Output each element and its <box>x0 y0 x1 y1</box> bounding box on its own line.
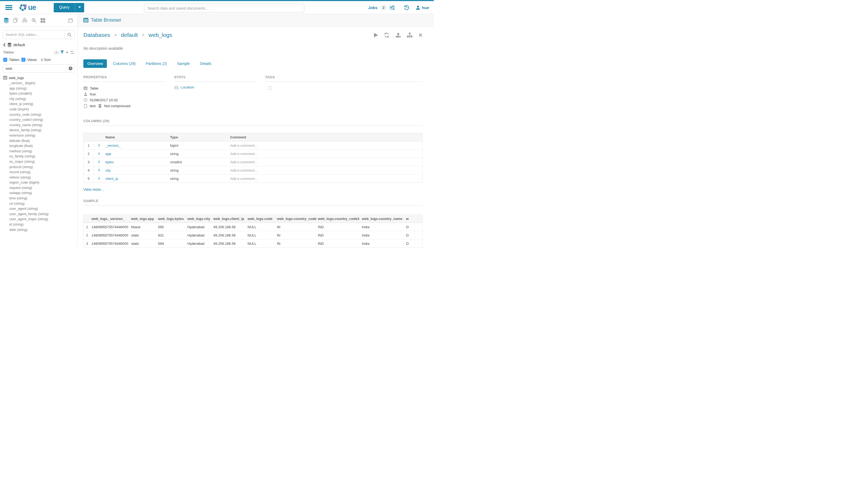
tab-overview[interactable]: Overview <box>83 59 107 68</box>
comment-placeholder[interactable]: Add a comment... <box>229 166 423 174</box>
hue-logo-mark <box>19 3 29 12</box>
close-icon[interactable]: ✕ <box>419 33 423 38</box>
apps-grid-icon[interactable] <box>41 18 45 23</box>
sample-cell: India <box>361 231 405 239</box>
hamburger-menu-icon[interactable] <box>5 5 12 10</box>
sort-toggle[interactable]: Sort <box>41 58 51 62</box>
sample-cell: Hyderabad <box>187 239 212 248</box>
assist-column-item[interactable]: code (tinyint) <box>3 107 74 112</box>
views-checkbox[interactable]: ✓ <box>21 58 26 62</box>
user-icon <box>416 5 420 10</box>
sample-cell: IN <box>276 231 317 239</box>
comment-placeholder[interactable]: Add a comment... <box>229 150 423 158</box>
jobs-link[interactable]: Jobs <box>368 5 378 10</box>
column-link[interactable]: app <box>106 152 111 156</box>
assist-column-item[interactable]: url (string) <box>3 201 74 206</box>
sample-cell: IND <box>317 231 361 239</box>
query-button[interactable]: Query <box>54 3 84 12</box>
tab-columns[interactable]: Columns (29) <box>109 59 140 68</box>
breadcrumb-database[interactable]: default <box>121 32 138 38</box>
documents-icon[interactable] <box>13 18 18 23</box>
tab-details[interactable]: Details <box>196 59 215 68</box>
assist-column-item[interactable]: os_family (string) <box>3 154 74 159</box>
table-filter-input[interactable] <box>3 64 75 73</box>
column-link[interactable]: _version_ <box>106 143 121 148</box>
info-icon[interactable]: i <box>94 166 105 174</box>
cubes-icon[interactable] <box>22 18 28 23</box>
chevron-down-icon[interactable] <box>78 6 81 8</box>
info-icon[interactable]: i <box>94 141 105 150</box>
user-menu[interactable]: hue <box>416 5 429 10</box>
view-more-link[interactable]: View more... <box>83 187 104 191</box>
assist-column-item[interactable]: device_family (string) <box>3 128 74 133</box>
assist-column-item[interactable]: country_code (string) <box>3 112 74 118</box>
assist-column-item[interactable]: region_code (bigint) <box>3 180 74 185</box>
detail-tabs: Overview Columns (29) Partitions (2) Sam… <box>83 59 423 68</box>
tables-checkbox[interactable]: ✓ <box>3 58 7 62</box>
assist-search-button[interactable] <box>64 30 74 39</box>
sample-header: web_logs.app <box>130 215 157 223</box>
jobs-count-badge[interactable]: 2 <box>380 5 387 11</box>
column-link[interactable]: city <box>106 168 111 172</box>
info-icon[interactable]: i <box>94 158 105 166</box>
location-link[interactable]: Location <box>180 85 194 89</box>
assist-column-item[interactable]: request (string) <box>3 185 74 191</box>
row-number: 2 <box>84 231 91 239</box>
hue-logo[interactable]: ue <box>19 3 36 12</box>
sliders-icon[interactable] <box>390 5 395 10</box>
comment-placeholder[interactable]: Add a comment... <box>229 174 423 183</box>
column-link[interactable]: client_ip <box>106 177 119 181</box>
tab-partitions[interactable]: Partitions (2) <box>142 59 171 68</box>
column-link[interactable]: bytes <box>106 160 114 164</box>
info-icon[interactable]: i <box>94 150 105 158</box>
import-upload-icon[interactable] <box>395 33 401 38</box>
assist-filter-row: ✓ Tables ✓ Views Sort <box>0 55 77 62</box>
assist-column-item[interactable]: latitude (float) <box>3 138 74 144</box>
assist-column-item[interactable]: user_agent_family (string) <box>3 212 74 217</box>
assist-column-item[interactable]: id (string) <box>3 222 74 228</box>
history-icon[interactable] <box>404 5 409 10</box>
refresh-icon[interactable] <box>384 32 390 38</box>
sql-database-icon[interactable] <box>4 18 9 23</box>
lineage-sitemap-icon[interactable] <box>407 33 412 38</box>
comment-placeholder[interactable]: Add a comment... <box>229 141 423 150</box>
clear-filter-icon[interactable]: ✕ <box>69 66 73 70</box>
info-icon[interactable]: i <box>94 174 105 183</box>
assist-back-database[interactable]: default <box>0 40 77 48</box>
filter-funnel-icon[interactable] <box>60 50 64 54</box>
assist-column-item[interactable]: user_agent_major (string) <box>3 217 74 222</box>
assist-column-item[interactable]: user_agent (string) <box>3 206 74 212</box>
global-search-input[interactable] <box>144 4 304 13</box>
refresh-tables-icon[interactable] <box>70 50 74 54</box>
assist-column-item[interactable]: method (string) <box>3 149 74 154</box>
query-play-icon[interactable] <box>374 33 378 37</box>
assist-column-item[interactable]: app (string) <box>3 86 74 91</box>
search-plus-icon[interactable] <box>32 18 36 23</box>
breadcrumb-table: web_logs <box>148 32 172 38</box>
add-table-icon[interactable]: + <box>66 50 68 55</box>
comment-placeholder[interactable]: Add a comment... <box>229 158 423 166</box>
table-filter-box: ✕ <box>3 64 75 73</box>
table-row: 1 1480895575574446000 hbase 595 Hyderaba… <box>84 223 423 231</box>
assist-column-item[interactable]: os_major (string) <box>3 159 74 165</box>
assist-column-item[interactable]: protocol (string) <box>3 165 74 170</box>
tab-sample[interactable]: Sample <box>173 59 194 68</box>
assist-table-item[interactable]: web_logs <box>3 75 74 81</box>
assist-column-item[interactable]: record (string) <box>3 170 74 175</box>
assist-column-item[interactable]: country_code3 (string) <box>3 117 74 123</box>
tables-header-label: Tables <box>3 50 14 54</box>
assist-column-item[interactable]: date (string) <box>3 228 74 233</box>
folder-documents-icon[interactable] <box>67 18 74 23</box>
assist-column-item[interactable]: longitude (float) <box>3 143 74 149</box>
assist-column-item[interactable]: extension (string) <box>3 133 74 138</box>
assist-column-item[interactable]: _version_ (bigint) <box>3 81 74 86</box>
assist-column-item[interactable]: referer (string) <box>3 175 74 181</box>
assist-column-item[interactable]: subapp (string) <box>3 190 74 196</box>
assist-search-input[interactable] <box>3 30 64 39</box>
assist-column-item[interactable]: time (string) <box>3 196 74 201</box>
assist-column-item[interactable]: client_ip (string) <box>3 102 74 107</box>
assist-column-item[interactable]: city (string) <box>3 96 74 102</box>
breadcrumb-databases[interactable]: Databases <box>83 32 110 38</box>
assist-column-item[interactable]: bytes (smallint) <box>3 91 74 96</box>
assist-column-item[interactable]: country_name (string) <box>3 123 74 128</box>
